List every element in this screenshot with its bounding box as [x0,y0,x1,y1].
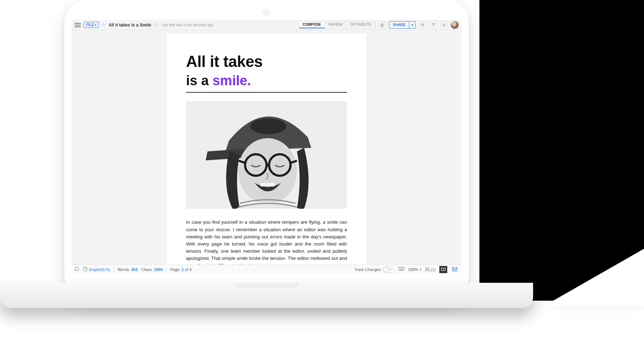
folder-icon[interactable]: 🗀 [154,22,158,28]
document-body: In case you find yourself in a situation… [186,219,347,265]
file-button[interactable]: FILE [84,22,99,28]
document-page: All it takes is a smile. [166,33,367,265]
char-count[interactable]: Chars: 1904 [141,267,163,272]
svg-point-1 [421,24,423,26]
file-button-label: FILE [86,23,94,27]
collaborators[interactable]: (1) [425,267,436,272]
zoom-dropdown-icon: ▾ [420,268,421,271]
heading-plain: is a [186,73,213,88]
heading-line2: is a smile. [186,73,347,88]
language-icon [83,267,88,272]
svg-point-2 [444,24,445,25]
svg-rect-11 [452,267,457,271]
keyboard-icon[interactable] [399,267,404,272]
svg-rect-8 [260,183,275,186]
settings-icon[interactable] [440,21,448,29]
document-image [186,101,347,209]
last-edit-text: Last edit was a few seconds ago [161,23,213,27]
camera-icon [263,9,270,16]
word-count[interactable]: Words: 353 [118,267,138,272]
help-icon[interactable]: ? [429,21,437,29]
language-label: English(US) [89,267,110,272]
share-label: SHARE [389,21,409,28]
svg-point-4 [250,118,286,134]
star-icon[interactable]: ☆ [102,22,106,28]
top-toolbar: FILE ☆ All it takes is a Smile 🗀 Last ed… [72,20,462,30]
user-avatar[interactable] [451,21,459,29]
feedback-icon[interactable] [451,266,459,273]
collab-count: (1) [431,267,436,272]
track-changes: Track Changes OFF [354,267,395,272]
status-bar: English(US) Words: 353 Chars: 1904 Page:… [72,265,462,274]
zoom-control[interactable]: 100% ▾ [408,267,421,272]
svg-rect-0 [381,25,383,26]
tab-compose[interactable]: COMPOSE [299,21,325,28]
search-icon[interactable] [419,21,426,29]
toggle-state: OFF [387,268,393,271]
mode-tabs: COMPOSE REVIEW DISTRIBUTE [299,21,375,29]
document-canvas[interactable]: All it takes is a smile. [72,30,462,265]
language-selector[interactable]: English(US) [83,267,110,272]
track-changes-toggle[interactable]: OFF [383,267,395,272]
heading-rule [186,92,347,93]
share-button[interactable]: SHARE ▾ [389,21,416,29]
heading-accent: smile. [213,73,251,88]
heading-line1: All it takes [186,53,347,70]
tab-distribute[interactable]: DISTRIBUTE [347,21,375,28]
svg-point-10 [426,267,428,269]
share-dropdown-icon[interactable]: ▾ [409,21,415,28]
document-title[interactable]: All it takes is a Smile [109,23,151,28]
track-changes-label: Track Changes [354,267,381,272]
menu-icon[interactable] [74,23,81,27]
zoom-value: 100% [408,267,418,272]
lock-icon[interactable] [378,21,386,29]
app-window: FILE ☆ All it takes is a Smile 🗀 Last ed… [72,20,462,274]
page-indicator[interactable]: Page: 1 of 4 [170,267,191,272]
reading-view-icon[interactable] [439,266,447,273]
tab-review[interactable]: REVIEW [325,21,346,28]
comment-icon[interactable] [74,266,79,272]
